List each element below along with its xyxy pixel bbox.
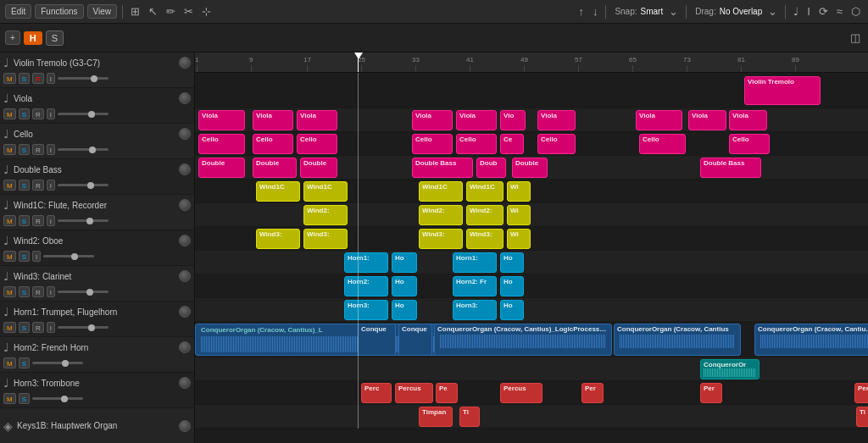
volume-knob[interactable] [179,270,191,282]
volume-knob[interactable] [179,377,191,389]
input-btn[interactable]: I [32,251,41,262]
volume-fader[interactable] [32,397,83,400]
clip[interactable]: Wi [507,181,531,202]
clip[interactable]: Viola [636,110,682,130]
clip[interactable]: Timpan [419,407,453,427]
clip[interactable]: Viola [412,110,453,130]
volume-knob[interactable] [179,235,191,246]
clip[interactable]: Cello [729,134,770,154]
clip[interactable]: Wind3: [419,229,463,249]
mute-btn[interactable]: M [3,322,16,333]
volume-knob[interactable] [179,199,191,211]
clip[interactable]: Cello [537,134,576,154]
clip[interactable]: Wind2: [419,205,463,225]
input-btn[interactable]: I [47,322,55,333]
clip[interactable]: Horn2: [344,276,388,296]
snap-chevron[interactable]: ⌄ [666,5,681,18]
clip[interactable]: Per [581,383,604,403]
clip[interactable]: Pe [436,383,458,403]
clip[interactable]: Cello [253,134,293,154]
clip[interactable]: Wind2: [303,205,348,225]
clip[interactable]: Vio [500,110,526,130]
volume-fader[interactable] [58,326,108,329]
rec-btn[interactable]: R [32,180,44,191]
clip[interactable]: Double Bass [412,158,473,178]
clip[interactable]: Cello [639,134,686,154]
mute-btn[interactable]: M [3,393,16,404]
clip[interactable]: Ho [500,300,524,320]
solo-btn[interactable]: S [19,322,30,333]
clip[interactable]: Violin Tremolo [744,76,821,105]
clip[interactable]: Double [253,158,297,178]
volume-fader[interactable] [58,291,108,293]
s-button[interactable]: S [46,30,64,46]
clip[interactable]: Wi [507,205,531,225]
clip[interactable]: Ho [500,276,524,296]
clip[interactable]: Wind1C [419,181,463,202]
volume-fader[interactable] [32,362,83,364]
clip[interactable]: Wi [507,229,531,249]
mute-btn[interactable]: M [3,251,16,262]
clip[interactable]: Wind2: [466,205,504,225]
clip[interactable]: Viola [297,110,337,130]
pencil-tool[interactable]: ✏ [164,5,178,18]
clip[interactable]: Double Bass [700,158,761,178]
rec-btn[interactable]: R [32,215,44,226]
clip[interactable]: Horn2: Fr [453,276,497,296]
clip[interactable]: Cello [456,134,497,154]
solo-btn[interactable]: S [19,180,30,191]
clip[interactable]: Wind3: [466,229,504,249]
input-btn[interactable]: I [47,215,55,226]
clip[interactable]: Ti [459,407,480,427]
input-btn[interactable]: I [47,286,55,297]
volume-fader[interactable] [58,148,108,151]
clip[interactable]: Double [512,158,548,178]
h-button[interactable]: H [24,31,42,45]
solo-btn[interactable]: S [19,108,30,119]
solo-btn[interactable]: S [19,144,30,155]
volume-fader[interactable] [58,77,108,80]
clip[interactable]: Wind1C [466,181,504,202]
plus-button[interactable]: + [5,30,20,45]
clip[interactable]: Cello [412,134,453,154]
clip[interactable]: Wind1C [303,181,348,202]
audio-clip[interactable]: Conque [398,324,432,356]
input-btn[interactable]: I [47,180,55,191]
clip[interactable]: Ce [500,134,524,154]
clip[interactable]: Horn3: [453,300,497,320]
volume-knob[interactable] [179,420,191,432]
audio-clip[interactable]: ConquerorOrgan (Cracow, Cantius)_LogicPr… [434,324,612,356]
volume-knob[interactable] [179,128,191,140]
rec-btn[interactable]: R [32,144,44,155]
clip[interactable]: Perc [361,383,392,403]
clip[interactable]: Horn1: [344,252,388,273]
solo-btn[interactable]: S [19,73,30,84]
clip[interactable]: Horn1: [453,252,497,273]
clip[interactable]: Cello [297,134,337,154]
clip[interactable]: Wind3: [303,229,348,249]
clip[interactable]: ConquerorOr [700,359,760,379]
input-btn[interactable]: I [47,108,55,119]
link-icon[interactable]: ⬡ [849,5,863,18]
clip[interactable]: Wind1C [256,181,300,202]
collapse-icon[interactable]: ◫ [848,31,863,44]
audio-clip[interactable]: ConquerorOrgan (Cracow, Cantius)_Log [754,324,868,356]
rec-btn[interactable]: R [32,322,44,333]
clip[interactable]: Viola [198,110,245,130]
grid-icon[interactable]: ⊞ [128,5,142,18]
clip[interactable]: Viola [253,110,293,130]
clip[interactable]: Double [300,158,337,178]
volume-knob[interactable] [179,163,191,175]
solo-btn[interactable]: S [19,251,30,262]
clip[interactable]: Horn3: [344,300,388,320]
rec-btn[interactable]: R [32,73,44,84]
clip[interactable]: Ho [500,252,524,273]
solo-btn[interactable]: S [19,357,30,368]
mute-btn[interactable]: M [3,108,16,119]
clip[interactable]: Ho [392,276,417,296]
clip[interactable]: Ho [392,252,417,273]
clip[interactable]: Viola [456,110,497,130]
view-menu[interactable]: View [87,4,118,19]
clip[interactable]: Viola [537,110,576,130]
input-btn[interactable]: I [47,73,55,84]
